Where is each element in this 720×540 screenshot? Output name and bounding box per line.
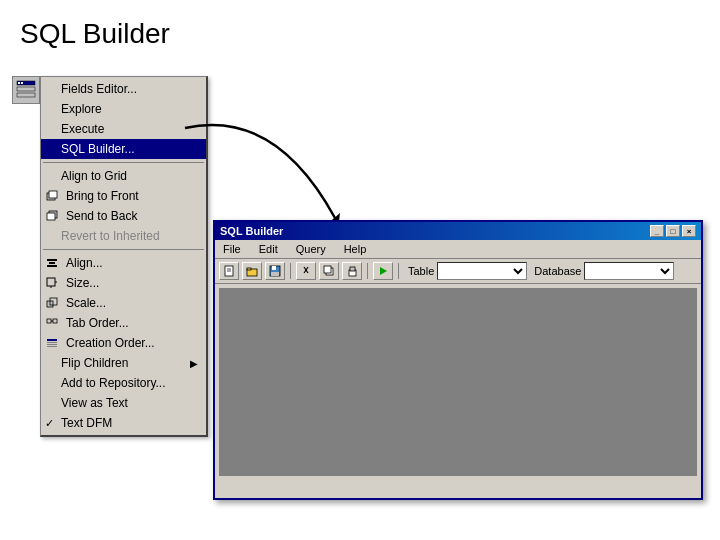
svg-rect-11 <box>47 265 57 267</box>
menu-item-execute[interactable]: Execute <box>41 119 206 139</box>
toolbar-sep-2 <box>367 263 368 279</box>
toolbar-save[interactable] <box>265 262 285 280</box>
close-button[interactable]: × <box>682 225 696 237</box>
svg-rect-29 <box>247 268 251 270</box>
svg-rect-8 <box>47 213 55 220</box>
context-menu: Fields Editor... Explore Execute SQL Bui… <box>40 76 208 437</box>
creation-order-icon <box>45 336 59 350</box>
size-icon <box>45 276 59 290</box>
menu-item-add-to-repo[interactable]: Add to Repository... <box>41 373 206 393</box>
menu-item-revert: Revert to Inherited <box>41 226 206 246</box>
svg-rect-20 <box>47 339 57 341</box>
menu-item-align[interactable]: Align... <box>41 253 206 273</box>
sql-titlebar: SQL Builder _ □ × <box>215 222 701 240</box>
menu-item-scale[interactable]: Scale... <box>41 293 206 313</box>
titlebar-buttons: _ □ × <box>650 225 696 237</box>
database-label: Database <box>534 265 581 277</box>
submenu-arrow: ▶ <box>190 358 198 369</box>
menu-item-send-to-back[interactable]: Send to Back <box>41 206 206 226</box>
sql-canvas <box>219 288 697 476</box>
database-combo[interactable] <box>584 262 674 280</box>
sql-menubar: File Edit Query Help <box>215 240 701 259</box>
svg-rect-32 <box>271 272 279 276</box>
svg-rect-31 <box>272 266 276 270</box>
menu-item-align-to-grid[interactable]: Align to Grid <box>41 166 206 186</box>
sql-builder-window: SQL Builder _ □ × File Edit Query Help <box>213 220 703 500</box>
table-label: Table <box>408 265 434 277</box>
send-back-icon <box>45 209 59 223</box>
menu-help[interactable]: Help <box>340 242 371 256</box>
svg-rect-9 <box>47 259 57 261</box>
toolbar-sep-3 <box>398 263 399 279</box>
maximize-button[interactable]: □ <box>666 225 680 237</box>
db-icon <box>12 76 40 104</box>
svg-rect-10 <box>49 262 55 264</box>
menu-item-sql-builder[interactable]: SQL Builder... <box>41 139 206 159</box>
sql-window-title: SQL Builder <box>220 225 283 237</box>
menu-query[interactable]: Query <box>292 242 330 256</box>
svg-rect-36 <box>324 266 331 273</box>
menu-item-explore[interactable]: Explore <box>41 99 206 119</box>
menu-item-text-dfm[interactable]: ✓ Text DFM <box>41 413 206 433</box>
menu-item-size[interactable]: Size... <box>41 273 206 293</box>
svg-rect-4 <box>21 82 23 84</box>
toolbar-run[interactable] <box>373 262 393 280</box>
minimize-button[interactable]: _ <box>650 225 664 237</box>
svg-rect-23 <box>47 346 57 347</box>
menu-file[interactable]: File <box>219 242 245 256</box>
svg-rect-17 <box>47 319 51 323</box>
menu-item-creation-order[interactable]: Creation Order... <box>41 333 206 353</box>
svg-rect-38 <box>350 267 355 271</box>
menu-item-view-as-text[interactable]: View as Text <box>41 393 206 413</box>
separator-2 <box>43 249 204 250</box>
svg-rect-18 <box>53 319 57 323</box>
svg-rect-1 <box>17 87 35 91</box>
table-combo[interactable] <box>437 262 527 280</box>
menu-item-fields-editor[interactable]: Fields Editor... <box>41 79 206 99</box>
scale-icon <box>45 296 59 310</box>
toolbar-sep-1 <box>290 263 291 279</box>
svg-rect-2 <box>17 93 35 97</box>
toolbar-paste[interactable] <box>342 262 362 280</box>
menu-item-bring-to-front[interactable]: Bring to Front <box>41 186 206 206</box>
page-title: SQL Builder <box>0 0 720 60</box>
toolbar-open[interactable] <box>242 262 262 280</box>
toolbar-copy[interactable] <box>319 262 339 280</box>
toolbar-new[interactable] <box>219 262 239 280</box>
svg-rect-22 <box>47 344 57 345</box>
menu-edit[interactable]: Edit <box>255 242 282 256</box>
tab-order-icon <box>45 316 59 330</box>
svg-marker-39 <box>380 267 387 275</box>
svg-rect-21 <box>47 342 57 343</box>
menu-item-tab-order[interactable]: Tab Order... <box>41 313 206 333</box>
toolbar-cut[interactable] <box>296 262 316 280</box>
bring-front-icon <box>45 189 59 203</box>
sql-window-body: File Edit Query Help <box>215 240 701 480</box>
check-icon: ✓ <box>45 417 54 430</box>
sql-toolbar: Table Database <box>215 259 701 284</box>
menu-item-flip-children[interactable]: Flip Children ▶ <box>41 353 206 373</box>
separator-1 <box>43 162 204 163</box>
svg-rect-12 <box>47 278 55 286</box>
svg-rect-3 <box>18 82 20 84</box>
svg-rect-6 <box>49 191 57 198</box>
align-icon <box>45 256 59 270</box>
